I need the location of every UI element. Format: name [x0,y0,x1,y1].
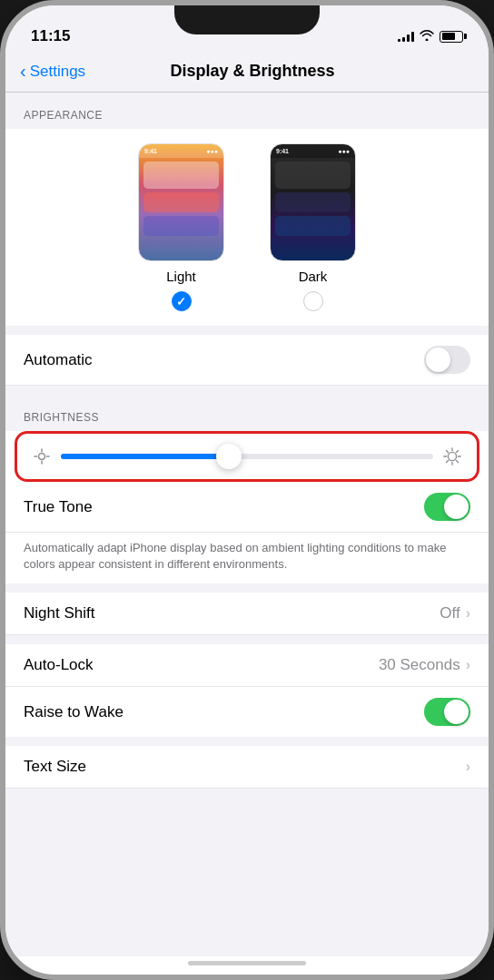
true-tone-label: True Tone [24,498,93,516]
dark-radio[interactable] [303,291,323,311]
phone-inner: 11:15 [5,5,489,975]
text-size-chevron-icon: › [466,759,470,775]
svg-line-13 [446,460,448,462]
preview-icons-light: ●●● [206,148,218,154]
dark-label: Dark [299,269,328,284]
preview-time-dark: 9:41 [276,148,289,154]
preview-status-light: 9:41 ●●● [139,144,223,158]
night-shift-chevron-icon: › [466,605,470,622]
night-shift-value: Off › [440,604,470,622]
svg-line-10 [446,450,448,452]
appearance-option-light[interactable]: 9:41 ●●● Light [138,143,224,311]
auto-lock-chevron-icon: › [466,657,470,673]
true-tone-toggle[interactable] [424,493,470,521]
brightness-slider-row [15,431,479,482]
auto-lock-status: 30 Seconds [379,656,460,674]
home-indicator [188,961,306,965]
svg-point-0 [39,454,45,460]
appearance-card: 9:41 ●●● Light [5,129,489,326]
light-preview: 9:41 ●●● [138,143,224,261]
content-area: APPEARANCE 9:41 ●●● [5,93,489,956]
raise-to-wake-row: Raise to Wake [5,687,489,737]
appearance-section-header: APPEARANCE [5,93,489,129]
text-size-label: Text Size [24,758,86,776]
true-tone-row: True Tone [5,482,489,533]
svg-line-12 [456,450,458,452]
auto-lock-value: 30 Seconds › [379,656,470,674]
nav-bar: ‹ Settings Display & Brightness [5,54,489,93]
raise-to-wake-toggle-thumb [444,700,469,724]
appearance-options: 9:41 ●●● Light [24,143,470,311]
signal-bars-icon [398,31,414,42]
brightness-card: True Tone Automatically adapt iPhone dis… [5,431,489,583]
battery-icon [440,31,463,43]
status-icons [398,30,463,44]
phone-frame: 11:15 [0,0,494,980]
automatic-toggle[interactable] [424,346,470,374]
back-label: Settings [30,63,85,81]
auto-lock-row[interactable]: Auto-Lock 30 Seconds › [5,644,489,687]
light-radio[interactable] [172,291,192,311]
svg-point-5 [448,452,456,460]
text-size-value: › [466,759,470,775]
brightness-slider[interactable] [61,454,433,459]
true-tone-toggle-thumb [444,495,469,519]
status-time: 11:15 [31,27,70,45]
preview-time-light: 9:41 [144,148,157,154]
raise-to-wake-toggle[interactable] [424,698,470,726]
svg-line-11 [456,460,458,462]
night-shift-row[interactable]: Night Shift Off › [5,593,489,635]
dark-preview: 9:41 ●●● [270,143,356,261]
brightness-slider-fill [61,454,229,459]
brightness-min-icon [32,446,52,466]
nav-title: Display & Brightness [85,62,420,81]
night-shift-label: Night Shift [24,604,94,622]
back-chevron-icon: ‹ [20,62,26,80]
wifi-icon [420,30,434,44]
auto-lock-label: Auto-Lock [24,656,94,674]
brightness-slider-thumb[interactable] [216,444,242,469]
preview-status-dark: 9:41 ●●● [271,144,355,158]
night-shift-status: Off [440,604,459,622]
appearance-option-dark[interactable]: 9:41 ●●● Dark [270,143,356,311]
text-size-row[interactable]: Text Size › [5,746,489,789]
true-tone-description: Automatically adapt iPhone display based… [5,533,489,583]
automatic-label: Automatic [24,351,93,369]
back-button[interactable]: ‹ Settings [20,63,85,81]
light-label: Light [166,269,196,284]
brightness-section-header: BRIGHTNESS [5,395,489,431]
raise-to-wake-label: Raise to Wake [24,703,124,721]
preview-icons-dark: ●●● [338,148,350,154]
lock-section: Auto-Lock 30 Seconds › Raise to Wake [5,644,489,737]
automatic-row: Automatic [5,335,489,386]
automatic-toggle-thumb [426,348,450,372]
brightness-max-icon [442,446,462,466]
notch [174,5,320,34]
